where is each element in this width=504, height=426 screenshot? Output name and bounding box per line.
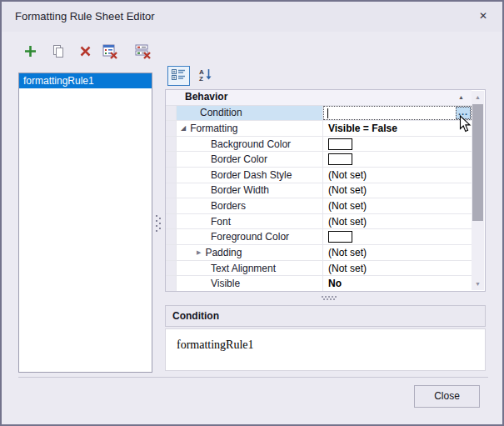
property-value-cell[interactable]: (Not set) xyxy=(322,198,472,213)
property-name-cell[interactable]: Background Color xyxy=(177,137,322,152)
plus-icon xyxy=(23,44,37,61)
row-gutter xyxy=(166,106,177,121)
mouse-cursor-icon xyxy=(459,115,472,136)
property-name-cell[interactable]: Foreground Color xyxy=(177,229,322,244)
scrollbar-down-icon[interactable]: ▼ xyxy=(472,278,484,290)
property-label: Visible xyxy=(211,278,240,289)
row-gutter xyxy=(166,183,177,198)
property-value-cell[interactable]: (Not set) xyxy=(322,168,472,183)
vertical-splitter[interactable] xyxy=(156,215,157,217)
property-grid-row[interactable]: Font(Not set) xyxy=(166,214,472,230)
sort-az-button[interactable]: A Z xyxy=(194,66,217,86)
color-swatch[interactable] xyxy=(328,231,352,243)
property-grid-row[interactable]: Borders(Not set) xyxy=(166,198,472,214)
property-name-cell[interactable]: ◢Formatting xyxy=(177,121,322,136)
property-name-cell[interactable]: Border Width xyxy=(177,183,322,198)
expanded-arrow-icon[interactable]: ◢ xyxy=(181,125,186,132)
property-label: Border Width xyxy=(211,184,269,196)
property-grid-row[interactable]: Border Width(Not set) xyxy=(166,183,472,199)
property-label: Font xyxy=(211,216,231,228)
property-value-cell[interactable]: (Not set) xyxy=(322,261,472,276)
property-label: Foreground Color xyxy=(211,231,289,243)
category-collapse-icon[interactable]: ▲ xyxy=(458,94,464,100)
property-label: Padding xyxy=(205,247,242,258)
rules-listbox[interactable]: formattingRule1 xyxy=(18,73,152,373)
property-value-text: (Not set) xyxy=(328,263,367,274)
property-label: Border Color xyxy=(211,153,267,165)
copy-icon xyxy=(51,44,65,61)
categorized-view-icon xyxy=(172,68,186,83)
property-value-text: (Not set) xyxy=(328,169,367,181)
property-value-text: (Not set) xyxy=(328,200,367,212)
row-gutter xyxy=(166,229,177,244)
property-value-cell[interactable]: (Not set) xyxy=(322,183,472,198)
title-bar[interactable]: Formatting Rule Sheet Editor ✕ xyxy=(2,2,502,32)
window-title: Formatting Rule Sheet Editor xyxy=(15,10,155,23)
row-gutter xyxy=(166,276,177,291)
condition-editor-input[interactable]: ... xyxy=(323,106,472,121)
property-value-cell[interactable]: No xyxy=(322,276,472,291)
clear-all-rules-button[interactable] xyxy=(133,43,153,63)
property-label: Background Color xyxy=(211,138,291,150)
property-value-cell[interactable]: ... xyxy=(322,106,472,121)
footer-separator xyxy=(18,377,488,378)
property-grid-scrollbar[interactable]: ▲ ▼ xyxy=(472,91,484,290)
property-name-cell[interactable]: Border Color xyxy=(177,152,322,167)
row-gutter xyxy=(166,137,177,152)
property-value-cell[interactable]: Visible = False xyxy=(322,121,472,136)
color-swatch[interactable] xyxy=(328,138,352,150)
property-label: Border Dash Style xyxy=(211,169,292,181)
row-gutter xyxy=(166,168,177,183)
property-grid-row[interactable]: Condition... xyxy=(166,106,472,122)
property-grid-row[interactable]: Text Alignment(Not set) xyxy=(166,261,472,277)
property-name-cell[interactable]: Border Dash Style xyxy=(177,168,322,183)
svg-text:Z: Z xyxy=(199,75,203,82)
property-value-cell[interactable] xyxy=(322,152,472,167)
row-gutter xyxy=(166,198,177,213)
scrollbar-thumb[interactable] xyxy=(472,104,483,221)
property-grid-row[interactable]: Foreground Color xyxy=(166,229,472,245)
property-grid-row[interactable]: Border Dash Style(Not set) xyxy=(166,168,472,183)
property-label: Formatting xyxy=(190,123,237,134)
delete-rule-button[interactable] xyxy=(75,43,95,63)
property-label: Text Alignment xyxy=(211,263,276,274)
property-name-cell[interactable]: Font xyxy=(177,214,322,229)
copy-rule-button[interactable] xyxy=(47,43,67,63)
color-swatch[interactable] xyxy=(328,153,352,165)
property-name-cell[interactable]: ▶Padding xyxy=(177,245,322,260)
property-grid-row[interactable]: Border Color xyxy=(166,152,472,168)
collapsed-arrow-icon[interactable]: ▶ xyxy=(197,249,201,255)
property-value-cell[interactable] xyxy=(322,229,472,244)
property-grid-row[interactable]: Background Color xyxy=(166,137,472,153)
sheet-delete-icon xyxy=(102,44,118,62)
rules-list-item[interactable]: formattingRule1 xyxy=(19,73,152,88)
row-gutter xyxy=(166,261,177,276)
window-close-icon[interactable]: ✕ xyxy=(476,8,491,23)
property-value-cell[interactable]: (Not set) xyxy=(322,245,472,260)
property-value-cell[interactable]: (Not set) xyxy=(322,214,472,229)
horizontal-splitter[interactable] xyxy=(322,296,323,298)
clear-rule-button[interactable] xyxy=(100,43,120,63)
delete-cross-icon xyxy=(79,45,92,60)
property-grid-row[interactable]: ▶Padding(Not set) xyxy=(166,245,472,261)
close-button[interactable]: Close xyxy=(414,385,480,408)
property-value-cell[interactable] xyxy=(322,137,472,152)
add-rule-button[interactable] xyxy=(20,43,40,63)
property-name-cell[interactable]: Visible xyxy=(177,276,322,291)
scrollbar-up-icon[interactable]: ▲ xyxy=(472,91,484,103)
sort-az-icon: A Z xyxy=(198,68,212,84)
property-grid-row[interactable]: VisibleNo xyxy=(166,276,472,291)
property-grid-row[interactable]: ◢FormattingVisible = False xyxy=(166,121,472,137)
category-label: Behavior xyxy=(166,90,227,105)
property-value-text: No xyxy=(328,278,342,289)
property-grid-row[interactable]: Behavior▲ xyxy=(166,90,472,106)
property-label: Condition xyxy=(200,107,242,118)
categorized-view-button[interactable] xyxy=(167,66,190,86)
property-name-cell[interactable]: Borders xyxy=(177,198,322,213)
rows-delete-icon xyxy=(135,44,152,62)
property-name-cell[interactable]: Condition xyxy=(177,106,322,121)
property-value-text: Visible = False xyxy=(328,123,397,134)
description-header: Condition xyxy=(165,305,486,327)
property-name-cell[interactable]: Text Alignment xyxy=(177,261,322,276)
property-value-text: (Not set) xyxy=(328,184,367,196)
